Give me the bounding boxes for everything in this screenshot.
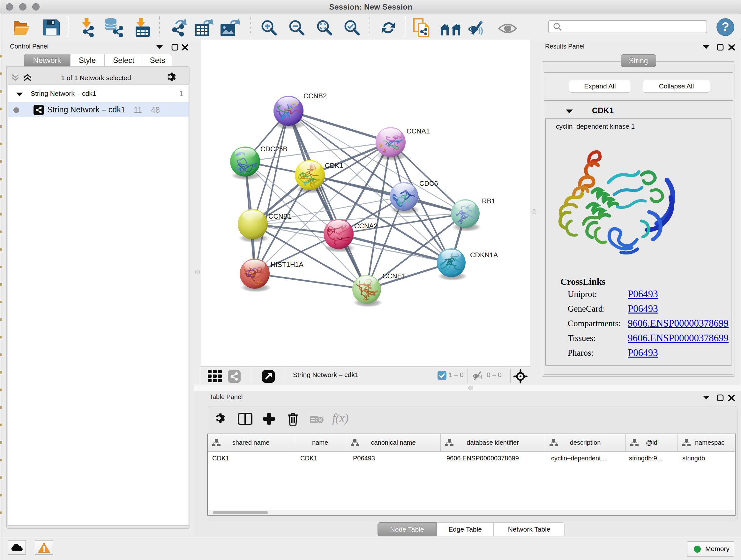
svg-text:CDK1: CDK1 (325, 162, 343, 170)
svg-text:RB1: RB1 (482, 197, 495, 205)
svg-text:CDKN1A: CDKN1A (470, 251, 498, 259)
svg-text:CCNB1: CCNB1 (268, 212, 292, 220)
svg-text:HIST1H1A: HIST1H1A (271, 261, 304, 268)
svg-text:CDC25B: CDC25B (260, 145, 287, 153)
svg-text:CCNB2: CCNB2 (304, 92, 327, 100)
svg-text:CCNA1: CCNA1 (407, 127, 430, 135)
svg-text:?: ? (722, 20, 729, 34)
svg-text:CDC6: CDC6 (419, 180, 438, 187)
svg-text:CCNE1: CCNE1 (382, 272, 406, 280)
svg-text:CCNA2: CCNA2 (354, 222, 378, 230)
